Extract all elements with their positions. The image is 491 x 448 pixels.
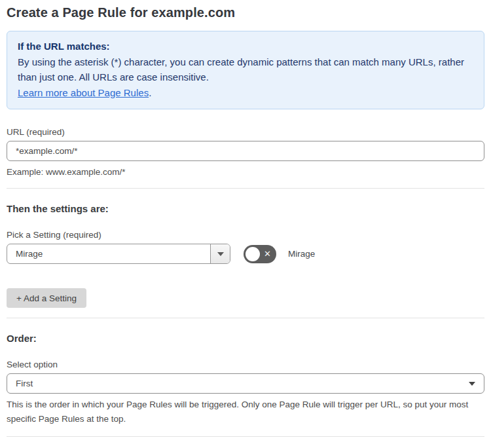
- info-link-line: Learn more about Page Rules.: [18, 85, 473, 101]
- mirage-toggle[interactable]: ✕: [244, 245, 276, 263]
- page-title: Create a Page Rule for example.com: [7, 5, 484, 20]
- link-period: .: [149, 87, 151, 98]
- setting-row: Mirage ✕ Mirage: [7, 244, 484, 264]
- add-setting-button[interactable]: + Add a Setting: [7, 288, 86, 308]
- info-body-text: By using the asterisk (*) character, you…: [18, 56, 464, 83]
- page-rule-form: Create a Page Rule for example.com If th…: [0, 0, 491, 448]
- learn-more-link[interactable]: Learn more about Page Rules: [18, 87, 149, 98]
- settings-section-heading: Then the settings are:: [7, 203, 484, 214]
- divider: [7, 436, 484, 437]
- url-match-info-callout: If the URL matches: By using the asteris…: [7, 31, 484, 109]
- url-input[interactable]: [7, 141, 484, 161]
- order-section-heading: Order:: [7, 333, 484, 344]
- url-example-helper: Example: www.example.com/*: [7, 165, 484, 179]
- toggle-knob: [245, 247, 260, 261]
- setting-dropdown-value: Mirage: [7, 244, 210, 263]
- order-select[interactable]: First: [7, 373, 484, 394]
- url-field-label: URL (required): [7, 127, 484, 137]
- caret-down-icon: [217, 252, 224, 256]
- divider: [7, 318, 484, 318]
- toggle-label: Mirage: [288, 249, 315, 259]
- info-body: By using the asterisk (*) character, you…: [18, 54, 473, 85]
- pick-setting-label: Pick a Setting (required): [7, 230, 484, 240]
- order-select-value: First: [16, 379, 33, 388]
- divider: [7, 188, 484, 189]
- order-select-label: Select option: [7, 360, 484, 369]
- caret-down-icon: [469, 382, 475, 386]
- toggle-off-x-icon: ✕: [264, 245, 271, 263]
- info-heading: If the URL matches:: [18, 39, 473, 54]
- setting-dropdown[interactable]: Mirage: [7, 244, 230, 264]
- setting-dropdown-arrow-button[interactable]: [210, 244, 230, 263]
- order-helper-text: This is the order in which your Page Rul…: [7, 398, 484, 426]
